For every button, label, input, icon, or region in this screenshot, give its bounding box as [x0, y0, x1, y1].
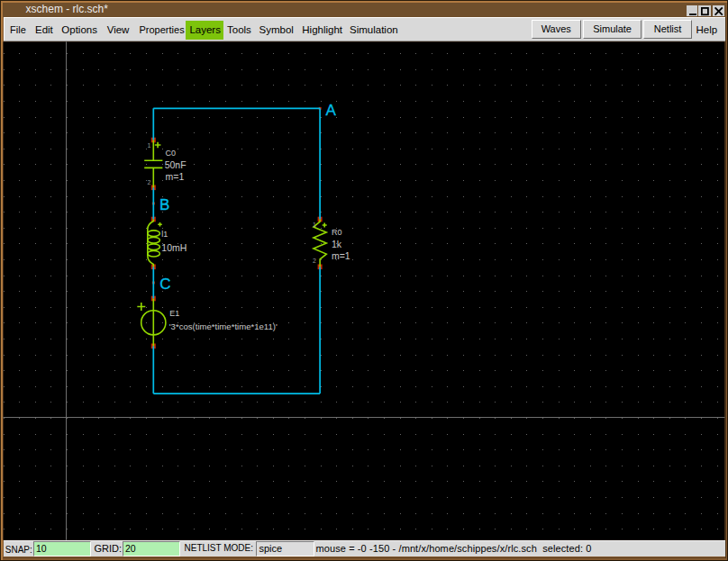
- svg-text:C0: C0: [166, 149, 177, 158]
- svg-text:B: B: [159, 196, 169, 213]
- svg-text:1: 1: [147, 142, 150, 149]
- svg-text:2: 2: [313, 258, 316, 264]
- svg-text:A: A: [326, 102, 337, 119]
- svg-text:l1: l1: [161, 230, 168, 239]
- svg-text:m=1: m=1: [332, 250, 350, 261]
- svg-text:1: 1: [313, 222, 316, 228]
- svg-text:1k: 1k: [332, 239, 342, 249]
- svg-text:m=1: m=1: [166, 171, 185, 182]
- svg-text:10mH: 10mH: [161, 242, 187, 253]
- svg-text:C: C: [159, 276, 170, 293]
- svg-text:E1: E1: [169, 309, 179, 318]
- svg-text:'3*cos(time*time*time*1e11)': '3*cos(time*time*time*1e11)': [169, 322, 278, 331]
- svg-text:50nF: 50nF: [165, 159, 187, 170]
- svg-text:2: 2: [147, 179, 150, 185]
- svg-text:R0: R0: [332, 228, 342, 237]
